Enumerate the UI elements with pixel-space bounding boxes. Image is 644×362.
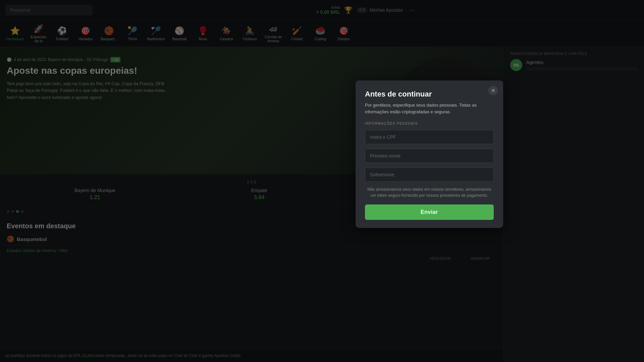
- modal-description: Por gentileza, especifique seus dados pe…: [365, 102, 494, 115]
- modal-note: Não armazenamos seus dados em nossos ser…: [365, 186, 494, 198]
- modal-close-button[interactable]: ✕: [488, 86, 498, 95]
- close-icon: ✕: [491, 87, 495, 94]
- last-name-input[interactable]: [365, 168, 494, 182]
- modal-before-continue: ✕ Antes de continuar Por gentileza, espe…: [356, 80, 503, 228]
- modal-section-label: INFORMAÇÕES PESSOAIS: [365, 122, 494, 125]
- first-name-input[interactable]: [365, 149, 494, 163]
- cpf-input[interactable]: [365, 130, 494, 144]
- modal-submit-button[interactable]: Enviar: [365, 204, 494, 220]
- modal-title: Antes de continuar: [365, 90, 494, 99]
- modal-overlay[interactable]: [0, 0, 644, 362]
